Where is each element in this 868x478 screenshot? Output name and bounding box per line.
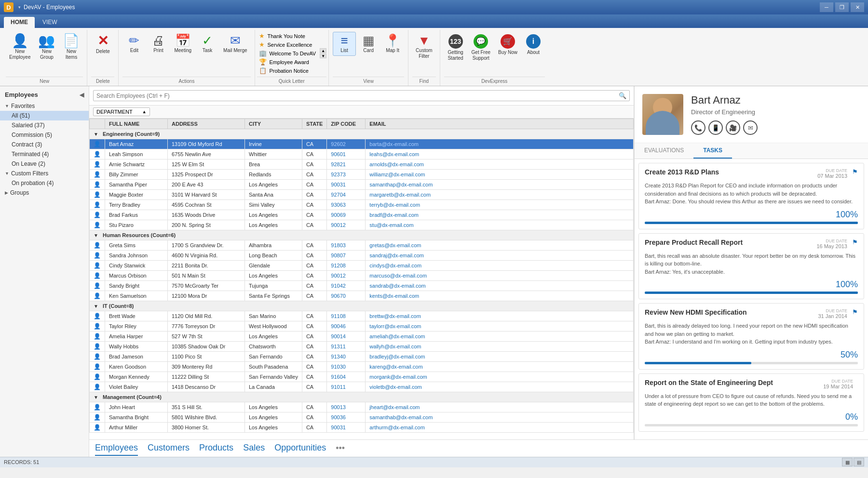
email-link[interactable]: margaretb@dx-email.com [369, 192, 431, 198]
group-chevron-icon[interactable]: ▼ [94, 233, 98, 238]
email-link[interactable]: sandrab@dx-email.com [369, 283, 425, 289]
mail-merge-button[interactable]: ✉ Mail Merge [220, 32, 250, 56]
table-row[interactable]: 👤 Wally Hobbs 10385 Shadow Oak Dr Chatsw… [90, 342, 634, 352]
table-row[interactable]: 👤 Maggie Boxter 3101 W Harvard St Santa … [90, 190, 634, 200]
email-link[interactable]: marcuso@dx-email.com [369, 273, 427, 279]
minimize-button[interactable]: ─ [820, 2, 833, 12]
zip-link[interactable]: 90601 [331, 151, 346, 157]
group-header-row[interactable]: ▼ IT (Count=8) [90, 301, 634, 311]
zip-link[interactable]: 91011 [331, 384, 346, 390]
edit-button[interactable]: ✏ Edit [122, 32, 146, 56]
tab-home[interactable]: HOME [4, 17, 35, 28]
tab-evaluations[interactable]: EVALUATIONS [635, 143, 693, 159]
scroll-up-button[interactable]: ▲ [320, 48, 326, 53]
email-link[interactable]: sandraj@dx-email.com [369, 252, 424, 258]
about-button[interactable]: i About [522, 32, 545, 58]
email-link[interactable]: kents@dx-email.com [369, 293, 419, 299]
table-row[interactable]: 👤 Bart Arnaz 13109 Old Myford Rd Irvine … [90, 139, 634, 149]
sidebar-item-on-leave[interactable]: On Leave (2) [0, 159, 89, 169]
more-tabs-button[interactable]: ••• [336, 443, 345, 453]
action-phone-button[interactable]: 📞 [691, 120, 705, 135]
zip-link[interactable]: 91030 [331, 364, 346, 370]
col-address-header[interactable]: ADDRESS [168, 119, 245, 129]
email-link[interactable]: samanthap@dx-email.com [369, 182, 433, 187]
bottom-tab-opportunities[interactable]: Opportunities [274, 441, 326, 456]
zip-link[interactable]: 90012 [331, 222, 346, 228]
table-row[interactable]: 👤 Morgan Kennedy 11222 Dilling St San Fe… [90, 372, 634, 382]
email-link[interactable]: barta@dx-email.com [369, 141, 419, 147]
zip-link[interactable]: 91340 [331, 354, 346, 359]
tab-tasks[interactable]: TASKS [693, 143, 732, 159]
status-btn-2[interactable]: ▤ [854, 458, 864, 466]
close-button[interactable]: ✕ [851, 2, 864, 12]
table-row[interactable]: 👤 Leah Simpson 6755 Newlin Ave Whittier … [90, 149, 634, 159]
employee-award-button[interactable]: 🏆 Employee Award [257, 58, 318, 66]
col-zip-header[interactable]: ZIP CODE [327, 119, 366, 129]
zip-link[interactable]: 90069 [331, 212, 346, 218]
task-item[interactable]: Prepare Product Recall Report DUE DATE 1… [638, 233, 864, 300]
email-link[interactable]: brettw@dx-email.com [369, 313, 421, 319]
email-link[interactable]: arnolds@dx-email.com [369, 161, 424, 167]
zip-link[interactable]: 91311 [331, 344, 346, 349]
zip-link[interactable]: 91042 [331, 283, 346, 289]
restore-button[interactable]: ❐ [835, 2, 849, 12]
zip-link[interactable]: 90012 [331, 273, 346, 279]
zip-link[interactable]: 90807 [331, 252, 346, 258]
zip-link[interactable]: 93063 [331, 202, 346, 208]
zip-link[interactable]: 92821 [331, 161, 346, 167]
sidebar-item-contract[interactable]: Contract (3) [0, 140, 89, 149]
search-input[interactable] [96, 93, 619, 99]
buy-now-button[interactable]: 🛒 Buy Now [495, 32, 521, 58]
sidebar-item-terminated[interactable]: Terminated (4) [0, 149, 89, 159]
group-header-row[interactable]: ▼ Engineering (Count=9) [90, 129, 634, 139]
email-link[interactable]: morgank@dx-email.com [369, 374, 427, 380]
sidebar-section-groups[interactable]: ▶ Groups [0, 188, 89, 198]
task-item[interactable]: Create 2013 R&D Plans DUE DATE 07 Mar 20… [638, 163, 864, 229]
bottom-tab-employees[interactable]: Employees [95, 441, 138, 456]
map-view-button[interactable]: 📍 Map It [381, 32, 404, 56]
getting-started-button[interactable]: 123 GettingStarted [444, 32, 467, 64]
new-group-button[interactable]: 👥 NewGroup [35, 32, 58, 63]
table-row[interactable]: 👤 John Heart 351 S Hill St. Los Angeles … [90, 402, 634, 412]
new-items-button[interactable]: 📄 NewItems [59, 32, 83, 63]
list-view-button[interactable]: ≡ List [333, 32, 356, 56]
group-chevron-icon[interactable]: ▼ [94, 132, 98, 137]
table-row[interactable]: 👤 Marcus Orbison 501 N Main St Los Angel… [90, 271, 634, 281]
thank-you-note-button[interactable]: ★ Thank You Note [257, 32, 318, 40]
sidebar-section-favorites[interactable]: ▼ Favorites [0, 101, 89, 111]
table-row[interactable]: 👤 Taylor Riley 7776 Torreyson Dr West Ho… [90, 321, 634, 332]
sidebar-section-custom-filters[interactable]: ▼ Custom Filters [0, 169, 89, 178]
table-row[interactable]: 👤 Karen Goodson 309 Monterey Rd South Pa… [90, 362, 634, 372]
scroll-down-button[interactable]: ▼ [320, 53, 326, 58]
zip-link[interactable]: 90014 [331, 333, 346, 339]
action-mobile-button[interactable]: 📱 [708, 120, 723, 135]
sidebar-item-commission[interactable]: Commission (5) [0, 130, 89, 140]
zip-link[interactable]: 91208 [331, 263, 346, 268]
action-video-button[interactable]: 🎥 [726, 120, 740, 135]
table-row[interactable]: 👤 Stu Pizaro 200 N. Spring St Los Angele… [90, 220, 634, 230]
table-row[interactable]: 👤 Samantha Bright 5801 Wilshire Blvd. Lo… [90, 412, 634, 423]
table-row[interactable]: 👤 Brett Wade 1120 Old Mill Rd. San Marin… [90, 311, 634, 321]
email-link[interactable]: taylorr@dx-email.com [369, 323, 421, 329]
col-city-header[interactable]: CITY [245, 119, 302, 129]
zip-link[interactable]: 92373 [331, 172, 346, 177]
zip-link[interactable]: 92704 [331, 192, 346, 198]
zip-link[interactable]: 90046 [331, 323, 346, 329]
email-link[interactable]: cindys@dx-email.com [369, 263, 421, 268]
group-chevron-icon[interactable]: ▼ [94, 304, 98, 309]
task-button[interactable]: ✓ Task [196, 32, 219, 56]
new-employee-button[interactable]: 👤 NewEmployee [6, 32, 34, 63]
print-button[interactable]: 🖨 Print [147, 32, 170, 56]
bottom-tab-customers[interactable]: Customers [148, 441, 190, 456]
group-chevron-icon[interactable]: ▼ [94, 395, 98, 400]
zip-link[interactable]: 91108 [331, 313, 346, 319]
get-free-support-button[interactable]: 💬 Get FreeSupport [468, 32, 494, 64]
bottom-tab-sales[interactable]: Sales [243, 441, 265, 456]
probation-notice-button[interactable]: 📋 Probation Notice [257, 66, 318, 75]
zip-link[interactable]: 90031 [331, 425, 346, 430]
zip-link[interactable]: 90670 [331, 293, 346, 299]
bottom-tab-products[interactable]: Products [199, 441, 233, 456]
zip-link[interactable]: 90013 [331, 404, 346, 410]
table-row[interactable]: 👤 Sandra Johnson 4600 N Virginia Rd. Lon… [90, 251, 634, 261]
email-link[interactable]: gretas@dx-email.com [369, 242, 421, 248]
